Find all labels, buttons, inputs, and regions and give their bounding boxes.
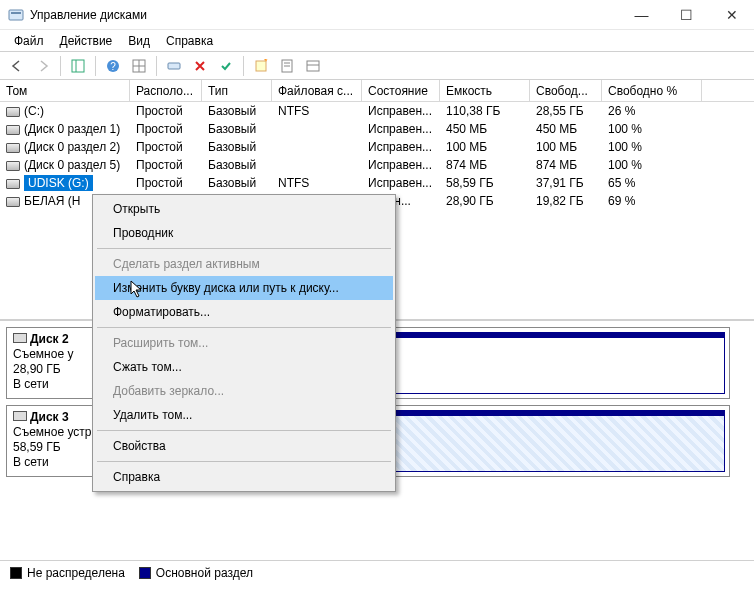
cell-status: Исправен... (362, 176, 440, 190)
cell-fs: NTFS (272, 176, 362, 190)
cell-cap: 450 МБ (440, 122, 530, 136)
ctx-format[interactable]: Форматировать... (95, 300, 393, 324)
close-button[interactable]: ✕ (709, 0, 754, 30)
drive-icon (6, 125, 20, 135)
cell-free: 450 МБ (530, 122, 602, 136)
cell-free: 37,91 ГБ (530, 176, 602, 190)
toolbar: ? * (0, 52, 754, 80)
forward-icon[interactable] (32, 55, 54, 77)
table-row[interactable]: (Диск 0 раздел 1)ПростойБазовыйИсправен.… (0, 120, 754, 138)
table-row[interactable]: UDISK (G:)ПростойБазовыйNTFSИсправен...5… (0, 174, 754, 192)
volume-cell: UDISK (G:) (0, 175, 130, 191)
cell-status: Исправен... (362, 122, 440, 136)
svg-rect-15 (307, 61, 319, 71)
col-free[interactable]: Свобод... (530, 80, 602, 102)
cell-type: Базовый (202, 104, 272, 118)
cell-cap: 110,38 ГБ (440, 104, 530, 118)
cell-layout: Простой (130, 140, 202, 154)
cell-layout: Простой (130, 176, 202, 190)
table-row[interactable]: (Диск 0 раздел 2)ПростойБазовыйИсправен.… (0, 138, 754, 156)
ctx-shrink[interactable]: Сжать том... (95, 355, 393, 379)
col-type[interactable]: Тип (202, 80, 272, 102)
svg-text:*: * (264, 59, 268, 66)
delete-icon[interactable] (189, 55, 211, 77)
list-icon[interactable] (302, 55, 324, 77)
properties-icon[interactable] (276, 55, 298, 77)
ctx-make-active: Сделать раздел активным (95, 252, 393, 276)
cell-freep: 69 % (602, 194, 702, 208)
legend-primary: Основной раздел (139, 566, 253, 580)
cell-status: Исправен... (362, 104, 440, 118)
cell-layout: Простой (130, 104, 202, 118)
app-icon (8, 7, 24, 23)
cell-freep: 100 % (602, 158, 702, 172)
help-icon[interactable]: ? (102, 55, 124, 77)
ctx-mirror: Добавить зеркало... (95, 379, 393, 403)
disk-name-label: Диск 2 (30, 332, 69, 346)
ctx-properties[interactable]: Свойства (95, 434, 393, 458)
cell-type: Базовый (202, 158, 272, 172)
check-icon[interactable] (215, 55, 237, 77)
cell-type: Базовый (202, 140, 272, 154)
drive-icon (6, 179, 20, 189)
minimize-button[interactable]: — (619, 0, 664, 30)
ctx-help[interactable]: Справка (95, 465, 393, 489)
cell-free: 28,55 ГБ (530, 104, 602, 118)
cell-layout: Простой (130, 158, 202, 172)
col-freep[interactable]: Свободно % (602, 80, 702, 102)
disk-status-label: В сети (13, 377, 100, 392)
volume-cell: (C:) (0, 104, 130, 118)
drive-icon (6, 197, 20, 207)
cell-type: Базовый (202, 176, 272, 190)
cell-type: Базовый (202, 122, 272, 136)
cell-free: 874 МБ (530, 158, 602, 172)
ctx-open[interactable]: Открыть (95, 197, 393, 221)
volume-cell: (Диск 0 раздел 1) (0, 122, 130, 136)
svg-rect-1 (11, 12, 21, 14)
context-menu: Открыть Проводник Сделать раздел активны… (92, 194, 396, 492)
col-capacity[interactable]: Емкость (440, 80, 530, 102)
cell-freep: 100 % (602, 122, 702, 136)
col-fs[interactable]: Файловая с... (272, 80, 362, 102)
menu-action[interactable]: Действие (52, 32, 121, 50)
ctx-change-letter[interactable]: Изменить букву диска или путь к диску... (95, 276, 393, 300)
col-layout[interactable]: Располо... (130, 80, 202, 102)
volume-cell: (Диск 0 раздел 2) (0, 140, 130, 154)
back-icon[interactable] (6, 55, 28, 77)
menu-file[interactable]: Файл (6, 32, 52, 50)
ctx-delete[interactable]: Удалить том... (95, 403, 393, 427)
new-icon[interactable]: * (250, 55, 272, 77)
cell-fs: NTFS (272, 104, 362, 118)
svg-rect-9 (168, 63, 180, 69)
disk-type-label: Съемное устро (13, 425, 100, 440)
col-volume[interactable]: Том (0, 80, 130, 102)
cell-cap: 100 МБ (440, 140, 530, 154)
cell-freep: 26 % (602, 104, 702, 118)
col-status[interactable]: Состояние (362, 80, 440, 102)
disk-status-label: В сети (13, 455, 100, 470)
drive-icon (6, 107, 20, 117)
table-row[interactable]: (Диск 0 раздел 5)ПростойБазовыйИсправен.… (0, 156, 754, 174)
layout-icon[interactable] (67, 55, 89, 77)
cell-cap: 28,90 ГБ (440, 194, 530, 208)
cell-cap: 58,59 ГБ (440, 176, 530, 190)
disk-icon[interactable] (163, 55, 185, 77)
cell-layout: Простой (130, 122, 202, 136)
cell-status: Исправен... (362, 140, 440, 154)
svg-rect-0 (9, 10, 23, 20)
cell-free: 19,82 ГБ (530, 194, 602, 208)
legend: Не распределена Основной раздел (0, 560, 754, 584)
menu-help[interactable]: Справка (158, 32, 221, 50)
cell-freep: 100 % (602, 140, 702, 154)
drive-icon (6, 143, 20, 153)
table-row[interactable]: (C:)ПростойБазовыйNTFSИсправен...110,38 … (0, 102, 754, 120)
grid-icon[interactable] (128, 55, 150, 77)
maximize-button[interactable]: ☐ (664, 0, 709, 30)
disk-size-label: 28,90 ГБ (13, 362, 100, 377)
menu-view[interactable]: Вид (120, 32, 158, 50)
cell-status: Исправен... (362, 158, 440, 172)
cell-freep: 65 % (602, 176, 702, 190)
ctx-explorer[interactable]: Проводник (95, 221, 393, 245)
titlebar: Управление дисками — ☐ ✕ (0, 0, 754, 30)
svg-text:?: ? (110, 61, 116, 72)
